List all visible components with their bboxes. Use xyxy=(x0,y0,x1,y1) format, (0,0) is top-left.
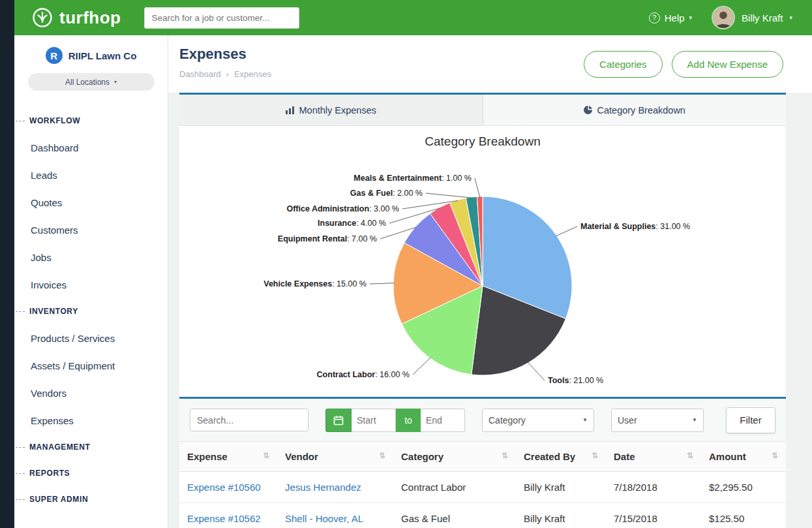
sidebar-item-vendors[interactable]: Vendors xyxy=(14,379,168,407)
table-row: Expense #10562Shell - Hoover, ALGas & Fu… xyxy=(179,503,786,528)
column-header-created-by[interactable]: Created By⇅ xyxy=(516,442,606,472)
global-search-input[interactable] xyxy=(144,7,299,29)
location-selector[interactable]: All Locations ▾ xyxy=(28,73,155,91)
help-menu[interactable]: ? Help ▾ xyxy=(649,12,692,23)
sort-icon[interactable]: ⇅ xyxy=(772,451,778,460)
page-title: Expenses xyxy=(179,46,271,63)
sort-icon[interactable]: ⇅ xyxy=(502,451,508,460)
section-dash-icon xyxy=(16,499,25,500)
expense-link[interactable]: Expense #10562 xyxy=(187,513,261,524)
sidebar-section-management[interactable]: MANAGEMENT xyxy=(14,434,168,460)
sidebar-item-jobs[interactable]: Jobs xyxy=(14,243,168,271)
tab-label: Category Breakdown xyxy=(597,105,685,116)
company-logo: R xyxy=(46,47,63,64)
user-menu[interactable]: Billy Kraft ▾ xyxy=(712,6,792,29)
sidebar-nav: WORKFLOWDashboardLeadsQuotesCustomersJob… xyxy=(14,108,168,512)
calendar-button[interactable] xyxy=(325,409,352,432)
sidebar-item-leads[interactable]: Leads xyxy=(14,161,168,189)
end-date-input[interactable] xyxy=(421,409,465,432)
section-label: REPORTS xyxy=(29,469,70,478)
expense-link[interactable]: Expense #10560 xyxy=(187,482,261,493)
avatar xyxy=(712,6,735,29)
section-label: INVENTORY xyxy=(29,307,78,316)
help-label: Help xyxy=(665,12,685,23)
table-header-row: Expense⇅Vendor⇅Category⇅Created By⇅Date⇅… xyxy=(179,442,786,472)
cell-created-by: Billy Kraft xyxy=(516,503,606,528)
breadcrumb-expenses: Expenses xyxy=(234,69,271,79)
cell-expense: Expense #10560 xyxy=(179,472,277,503)
table-search-input[interactable] xyxy=(190,409,308,431)
sidebar-item-quotes[interactable]: Quotes xyxy=(14,189,168,216)
column-label: Date xyxy=(614,451,635,462)
sidebar-item-invoices[interactable]: Invoices xyxy=(14,271,168,298)
brand-name: turfhop xyxy=(59,8,121,28)
chevron-down-icon: ▾ xyxy=(789,14,792,21)
sidebar-item-customers[interactable]: Customers xyxy=(14,216,168,243)
expenses-table: Expense⇅Vendor⇅Category⇅Created By⇅Date⇅… xyxy=(179,442,786,528)
location-label: All Locations xyxy=(65,78,110,87)
expenses-table-card: to Category ▼ User ▼ Filter xyxy=(179,397,786,528)
section-dash-icon xyxy=(16,121,25,121)
sidebar-item-assets-equipment[interactable]: Assets / Equipment xyxy=(14,352,168,379)
section-label: WORKFLOW xyxy=(29,116,80,125)
column-header-category[interactable]: Category⇅ xyxy=(393,442,516,472)
cell-category: Gas & Fuel xyxy=(393,503,516,528)
user-select[interactable]: User ▼ xyxy=(611,409,704,432)
table-body: Expense #10560Jesus HernandezContract La… xyxy=(179,472,786,528)
cell-created-by: Billy Kraft xyxy=(516,472,606,503)
cell-vendor: Jesus Hernandez xyxy=(277,472,393,503)
categories-button[interactable]: Categories xyxy=(584,51,663,78)
sort-icon[interactable]: ⇅ xyxy=(263,451,269,460)
section-dash-icon xyxy=(16,447,25,448)
vendor-link[interactable]: Jesus Hernandez xyxy=(285,482,361,493)
add-new-expense-button[interactable]: Add New Expense xyxy=(672,51,783,78)
select-value: Category xyxy=(489,415,526,426)
header-buttons: Categories Add New Expense xyxy=(584,51,783,78)
column-header-date[interactable]: Date⇅ xyxy=(606,442,701,472)
sidebar-section-workflow[interactable]: WORKFLOW xyxy=(14,108,168,134)
filter-button[interactable]: Filter xyxy=(726,407,775,433)
cell-expense: Expense #10562 xyxy=(179,503,277,528)
label-connector xyxy=(556,226,578,236)
sidebar-item-products-services[interactable]: Products / Services xyxy=(14,324,168,352)
brand-logo[interactable]: turfhop xyxy=(31,7,121,29)
sidebar-section-reports[interactable]: REPORTS xyxy=(14,460,168,486)
company-name: RIIPL Lawn Co xyxy=(68,50,137,61)
breadcrumb: Dashboard › Expenses xyxy=(179,69,271,79)
topbar: turfhop ? Help ▾ Bi xyxy=(14,0,812,35)
column-header-amount[interactable]: Amount⇅ xyxy=(701,442,786,472)
main-content: Expenses Dashboard › Expenses Categories… xyxy=(168,35,812,528)
chart-tabs: Monthly Expenses Category Breakdown xyxy=(179,95,786,126)
vendor-link[interactable]: Shell - Hoover, AL xyxy=(285,513,363,524)
sidebar-item-expenses[interactable]: Expenses xyxy=(14,407,168,434)
sidebar-section-super-admin[interactable]: SUPER ADMIN xyxy=(14,486,168,512)
select-arrow-icon: ▼ xyxy=(692,417,697,423)
column-label: Category xyxy=(401,451,444,462)
start-date-input[interactable] xyxy=(352,409,396,432)
label-connector xyxy=(426,193,472,198)
sidebar-item-dashboard[interactable]: Dashboard xyxy=(14,134,168,161)
cell-date: 7/15/2018 xyxy=(606,503,701,528)
person-icon xyxy=(713,7,734,28)
sidebar-section-inventory[interactable]: INVENTORY xyxy=(14,298,168,324)
pie-label-equipment-rental: Equipment Rental: 7.00 % xyxy=(278,234,377,243)
topbar-right: ? Help ▾ Billy Kraft ▾ xyxy=(649,6,792,29)
pie-label-contract-labor: Contract Labor: 16.00 % xyxy=(317,370,410,379)
breadcrumb-dashboard[interactable]: Dashboard xyxy=(179,69,221,79)
left-rail xyxy=(0,0,14,528)
date-to-label: to xyxy=(396,409,421,432)
main-header: Expenses Dashboard › Expenses Categories… xyxy=(168,35,812,93)
category-select[interactable]: Category ▼ xyxy=(482,409,594,432)
expenses-chart-card: Monthly Expenses Category Breakdown Cate… xyxy=(179,93,786,397)
cell-amount: $2,295.50 xyxy=(701,472,786,503)
label-connector xyxy=(413,358,430,375)
tab-category-breakdown[interactable]: Category Breakdown xyxy=(483,95,787,125)
column-header-vendor[interactable]: Vendor⇅ xyxy=(277,442,393,472)
sort-icon[interactable]: ⇅ xyxy=(592,451,598,460)
sort-icon[interactable]: ⇅ xyxy=(687,451,693,460)
help-icon: ? xyxy=(649,12,660,23)
column-header-expense[interactable]: Expense⇅ xyxy=(179,442,277,472)
tab-monthly-expenses[interactable]: Monthly Expenses xyxy=(179,95,483,125)
sort-icon[interactable]: ⇅ xyxy=(379,451,385,460)
column-label: Amount xyxy=(709,451,746,462)
